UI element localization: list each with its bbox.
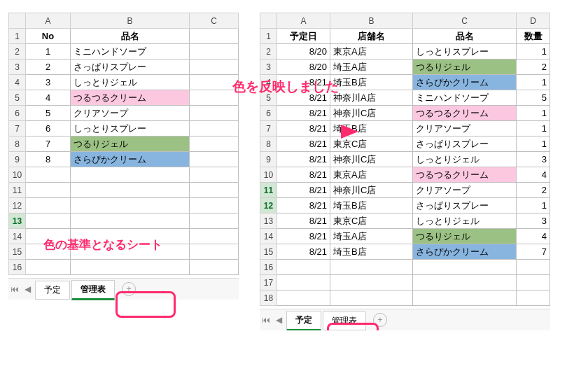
cell-date[interactable]: 8/20	[277, 59, 330, 75]
cell-name[interactable]: しっとりジェル	[413, 152, 517, 167]
cell-name[interactable]: つるつるクリーム	[413, 167, 517, 183]
cell-shop[interactable]: 東京C店	[330, 214, 413, 229]
cell-qty[interactable]: 4	[517, 167, 550, 183]
cell-name[interactable]: クリアソープ	[413, 121, 517, 136]
row-header[interactable]: 17	[260, 275, 277, 290]
cell-qty[interactable]: 1	[517, 198, 550, 214]
cell-name[interactable]: さっぱりスプレー	[413, 136, 517, 152]
cell-name[interactable]: しっとりスプレー	[71, 121, 190, 136]
table-row[interactable]: 4 3 しっとりジェル	[9, 75, 239, 90]
row-header[interactable]: 18	[260, 290, 277, 306]
cell[interactable]	[190, 44, 239, 59]
cell-qty[interactable]: 4	[517, 229, 550, 244]
cell-no[interactable]: 6	[26, 121, 71, 136]
row-header[interactable]: 12	[260, 198, 277, 214]
cell-date[interactable]: 8/21	[277, 167, 330, 183]
row-header[interactable]: 7	[9, 121, 26, 136]
cell-shop[interactable]: 東京A店	[330, 44, 413, 59]
row-header[interactable]: 10	[260, 167, 277, 183]
cell-shop[interactable]: 東京A店	[330, 167, 413, 183]
table-row[interactable]: 9 8/21 神奈川C店 しっとりジェル 3	[260, 152, 550, 167]
tab-nav-first-icon[interactable]: ⏮	[8, 284, 21, 294]
cell-name[interactable]: しっとりジェル	[71, 75, 190, 90]
cell-shop[interactable]: 神奈川A店	[330, 90, 413, 106]
cell-date[interactable]: 8/21	[277, 198, 330, 214]
table-row[interactable]: 2 8/20 東京A店 しっとりスプレー 1	[260, 44, 550, 59]
row-header[interactable]: 1	[260, 29, 277, 44]
row-header[interactable]: 16	[9, 260, 26, 275]
row-header[interactable]: 3	[9, 59, 26, 75]
cell-name[interactable]: つるりジェル	[413, 229, 517, 244]
row-header[interactable]: 11	[9, 183, 26, 198]
cell-shop[interactable]: 埼玉A店	[330, 59, 413, 75]
row-header[interactable]: 11	[260, 183, 277, 198]
table-row[interactable]: 11	[9, 183, 239, 198]
table-row[interactable]: 3 8/20 埼玉A店 つるりジェル 2	[260, 59, 550, 75]
cell-qty[interactable]: 1	[517, 75, 550, 90]
col-header[interactable]: C	[413, 13, 517, 29]
row-header[interactable]: 14	[9, 229, 26, 244]
cell-name[interactable]: しっとりスプレー	[413, 44, 517, 59]
cell-shop[interactable]: 埼玉B店	[330, 198, 413, 214]
cell-no[interactable]: 8	[26, 152, 71, 167]
col-header[interactable]: B	[71, 13, 190, 29]
cell-qty[interactable]: 3	[517, 214, 550, 229]
cell-date[interactable]: 8/21	[277, 152, 330, 167]
col-header[interactable]: A	[277, 13, 330, 29]
row-header[interactable]: 3	[260, 59, 277, 75]
tab-yotei-left[interactable]: 予定	[35, 281, 70, 300]
cell-qty[interactable]: 1	[517, 136, 550, 152]
cell-qty[interactable]: 1	[517, 44, 550, 59]
cell-qty[interactable]: 2	[517, 183, 550, 198]
cell-no[interactable]: 4	[26, 90, 71, 106]
table-row[interactable]: 12	[9, 198, 239, 214]
row-header[interactable]: 8	[9, 136, 26, 152]
row-header[interactable]: 14	[260, 229, 277, 244]
cell[interactable]	[190, 90, 239, 106]
cell-qty[interactable]: 3	[517, 152, 550, 167]
table-row[interactable]: 13 8/21 東京C店 しっとりジェル 3	[260, 214, 550, 229]
cell-qty[interactable]: 7	[517, 244, 550, 260]
cell-name[interactable]: つるりジェル	[413, 59, 517, 75]
cell-name[interactable]: さらぴかクリーム	[413, 75, 517, 90]
table-row[interactable]: 15 8/21 埼玉B店 さらぴかクリーム 7	[260, 244, 550, 260]
cell-name[interactable]: ミニハンドソープ	[71, 44, 190, 59]
row-header[interactable]: 5	[9, 90, 26, 106]
cell-name[interactable]: しっとりジェル	[413, 214, 517, 229]
tab-nav-first-icon[interactable]: ⏮	[260, 315, 272, 325]
cell-no[interactable]: 7	[26, 136, 71, 152]
row-header[interactable]: 10	[9, 167, 26, 183]
cell-date[interactable]: 8/21	[277, 214, 330, 229]
table-row[interactable]: 9 8 さらぴかクリーム	[9, 152, 239, 167]
row-header[interactable]: 15	[9, 244, 26, 260]
row-header[interactable]: 9	[260, 152, 277, 167]
cell-no[interactable]: 3	[26, 75, 71, 90]
row-header[interactable]: 13	[9, 214, 26, 229]
table-row[interactable]: 12 8/21 埼玉B店 さっぱりスプレー 1	[260, 198, 550, 214]
cell-name[interactable]: さっぱりスプレー	[71, 59, 190, 75]
cell-name[interactable]: つるつるクリーム	[413, 106, 517, 121]
cell-name[interactable]: つるりジェル	[71, 136, 190, 152]
add-sheet-button[interactable]: ＋	[122, 282, 136, 296]
table-row[interactable]: 13	[9, 214, 239, 229]
col-header[interactable]: C	[190, 13, 239, 29]
cell-name[interactable]: さっぱりスプレー	[413, 198, 517, 214]
col-header[interactable]: A	[26, 13, 71, 29]
cell[interactable]	[190, 29, 239, 44]
sheet-right[interactable]: ABCD1 予定日 店舗名 品名 数量 2 8/20 東京A店 しっとりスプレー…	[260, 13, 550, 306]
tab-kanrihyo-right[interactable]: 管理表	[323, 312, 366, 330]
table-row[interactable]: 17	[260, 275, 550, 290]
add-sheet-button[interactable]: ＋	[373, 313, 387, 327]
cell-name[interactable]: クリアソープ	[413, 183, 517, 198]
cell-date[interactable]: 8/20	[277, 44, 330, 59]
cell-qty[interactable]: 5	[517, 90, 550, 106]
cell-date[interactable]: 8/21	[277, 229, 330, 244]
col-header[interactable]: D	[517, 13, 550, 29]
cell[interactable]	[190, 75, 239, 90]
row-header[interactable]: 9	[9, 152, 26, 167]
table-row[interactable]: 14 8/21 埼玉A店 つるりジェル 4	[260, 229, 550, 244]
cell-shop[interactable]: 神奈川C店	[330, 183, 413, 198]
cell[interactable]	[190, 59, 239, 75]
row-header[interactable]: 4	[9, 75, 26, 90]
row-header[interactable]: 2	[9, 44, 26, 59]
